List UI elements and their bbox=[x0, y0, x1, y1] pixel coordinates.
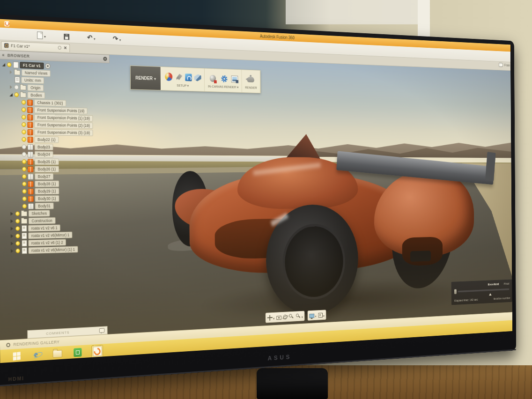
tree-item-label[interactable]: Units: mm bbox=[21, 77, 44, 84]
dropdown-caret-icon[interactable] bbox=[273, 314, 274, 321]
dropdown-caret-icon[interactable] bbox=[94, 34, 96, 42]
taskbar-windows-start-button[interactable] bbox=[11, 350, 22, 362]
tree-item-label[interactable]: roata v1 v2 v6(Mirror) (1) 1 bbox=[29, 246, 78, 254]
visibility-bulb-icon[interactable] bbox=[22, 145, 26, 149]
activate-component-icon[interactable] bbox=[45, 63, 50, 69]
tree-expand-icon[interactable] bbox=[10, 227, 15, 230]
tree-item-label[interactable]: roata v1 v2 v6 (1) 2 bbox=[28, 239, 66, 247]
display-settings-button[interactable] bbox=[309, 311, 316, 319]
tree-row[interactable]: Body28 (1) bbox=[0, 180, 111, 188]
texture-button[interactable] bbox=[194, 74, 201, 81]
visibility-bulb-icon[interactable] bbox=[22, 107, 26, 112]
visibility-bulb-icon[interactable] bbox=[22, 159, 26, 164]
tree-row[interactable]: Body23 bbox=[0, 143, 110, 151]
tree-expand-icon[interactable] bbox=[10, 234, 15, 238]
tree-item-label[interactable]: Origin bbox=[28, 84, 44, 91]
pan-button[interactable] bbox=[267, 314, 275, 322]
tree-item-label[interactable]: Body30 (1) bbox=[35, 195, 59, 202]
tree-expand-icon[interactable] bbox=[1, 63, 6, 66]
tree-item-label[interactable]: Body22 (1) bbox=[35, 136, 59, 143]
tab-close-icon[interactable]: ✕ bbox=[64, 46, 67, 50]
visibility-bulb-icon[interactable] bbox=[22, 174, 26, 179]
visibility-bulb-icon[interactable] bbox=[22, 122, 26, 127]
user-area[interactable]: Fran bbox=[499, 63, 510, 67]
tree-expand-icon[interactable] bbox=[8, 85, 13, 89]
visibility-bulb-icon[interactable] bbox=[22, 196, 27, 201]
collapse-panel-icon[interactable] bbox=[2, 52, 5, 58]
tree-item-label[interactable]: Body27 bbox=[35, 173, 53, 180]
visibility-bulb-icon[interactable] bbox=[22, 189, 26, 194]
tree-item-label[interactable]: roata v1 v2 v6 1 bbox=[28, 225, 60, 232]
comments-expand-icon[interactable] bbox=[99, 328, 105, 333]
zoom-window-button[interactable] bbox=[289, 314, 294, 319]
tree-item-label[interactable]: Construction bbox=[29, 217, 55, 224]
panel-options-icon[interactable] bbox=[103, 57, 107, 61]
document-tab[interactable]: F1 Car v1* ✕ bbox=[1, 41, 70, 52]
tree-row[interactable]: Body26 (1) bbox=[0, 165, 111, 173]
tree-item-label[interactable]: Body25 (1) bbox=[35, 158, 59, 165]
visibility-bulb-icon[interactable] bbox=[15, 211, 20, 216]
tree-item-label[interactable]: Body29 (1) bbox=[35, 188, 59, 194]
tree-item-label[interactable]: Body31 bbox=[35, 203, 54, 209]
tree-item-label[interactable]: roata v1 v2 v6(Mirror) 1 bbox=[28, 232, 72, 239]
tree-item-label[interactable]: Front Suspension Points (2) (19) bbox=[34, 121, 93, 129]
quality-slider-handle[interactable] bbox=[454, 289, 457, 294]
tree-item-label[interactable]: Body28 (1) bbox=[35, 181, 59, 187]
orbit-button[interactable] bbox=[283, 314, 287, 319]
dropdown-caret-icon[interactable] bbox=[315, 311, 317, 319]
render-menu-button[interactable]: RENDER bbox=[131, 66, 161, 90]
render-settings-button[interactable] bbox=[220, 73, 229, 84]
tree-item-label[interactable]: Chassis 1 (302) bbox=[34, 99, 66, 106]
viewport-layout-button[interactable] bbox=[318, 311, 324, 319]
tree-item-label[interactable]: Front Suspension Points (19) bbox=[34, 107, 88, 114]
visibility-bulb-icon[interactable] bbox=[15, 241, 20, 246]
tree-item-label[interactable]: Body26 (1) bbox=[35, 166, 59, 172]
dropdown-caret-icon[interactable] bbox=[302, 312, 303, 320]
zoom-button[interactable] bbox=[296, 312, 303, 320]
visibility-bulb-icon[interactable] bbox=[22, 204, 27, 208]
tree-item-label[interactable]: F1 Car v1 bbox=[20, 62, 44, 69]
appearance-button[interactable] bbox=[164, 71, 174, 82]
decal-button[interactable] bbox=[185, 74, 192, 81]
dropdown-caret-icon[interactable] bbox=[119, 35, 121, 43]
qat-menu-grid-button[interactable] bbox=[13, 31, 19, 38]
visibility-bulb-icon[interactable] bbox=[14, 85, 19, 89]
tree-item-label[interactable]: Front Suspension Points (3) (19) bbox=[34, 129, 93, 136]
visibility-bulb-icon[interactable] bbox=[15, 226, 20, 231]
tree-row[interactable]: Body27 bbox=[0, 173, 111, 180]
taskbar-fusion-360-button[interactable] bbox=[92, 345, 103, 358]
visibility-bulb-icon[interactable] bbox=[22, 137, 26, 142]
visibility-bulb-icon[interactable] bbox=[22, 182, 26, 186]
tree-item-label[interactable]: Sketches bbox=[29, 210, 50, 216]
qat-file-button[interactable] bbox=[37, 31, 46, 40]
qat-save-button[interactable] bbox=[64, 33, 69, 39]
in-canvas-render-button[interactable] bbox=[208, 73, 218, 84]
tree-item-label[interactable]: Named Views bbox=[22, 69, 51, 77]
tree-item-label[interactable]: Front Suspension Points (1) (19) bbox=[34, 114, 93, 122]
taskbar-file-explorer-button[interactable] bbox=[52, 347, 63, 360]
tree-row[interactable]: Body24 bbox=[0, 150, 110, 158]
comment-bubble-icon[interactable] bbox=[499, 63, 503, 67]
tree-expand-icon[interactable] bbox=[10, 249, 15, 253]
tree-item-label[interactable]: Bodies bbox=[28, 92, 45, 99]
teapot-render-button[interactable] bbox=[246, 74, 255, 85]
visibility-bulb-icon[interactable] bbox=[15, 249, 20, 253]
tree-expand-icon[interactable] bbox=[9, 212, 14, 215]
qat-redo-button[interactable] bbox=[113, 35, 121, 43]
tree-row[interactable]: Body25 (1) bbox=[0, 158, 111, 166]
qat-undo-button[interactable] bbox=[87, 33, 96, 42]
visibility-bulb-icon[interactable] bbox=[22, 130, 26, 134]
visibility-bulb-icon[interactable] bbox=[15, 234, 20, 238]
capture-image-button[interactable] bbox=[231, 75, 238, 82]
toolbar-group-label[interactable]: RENDER bbox=[245, 85, 257, 89]
tree-row[interactable]: Body29 (1) bbox=[0, 187, 111, 195]
visibility-bulb-icon[interactable] bbox=[22, 115, 26, 119]
visibility-bulb-icon[interactable] bbox=[22, 152, 26, 156]
toolbar-group-label[interactable]: IN-CANVAS RENDER ▾ bbox=[208, 84, 238, 89]
dropdown-caret-icon[interactable] bbox=[323, 311, 325, 318]
scene-settings-button[interactable] bbox=[176, 73, 183, 81]
visibility-bulb-icon[interactable] bbox=[7, 62, 12, 67]
look-at-button[interactable] bbox=[276, 315, 281, 320]
tree-expand-icon[interactable] bbox=[10, 242, 15, 245]
visibility-bulb-icon[interactable] bbox=[22, 100, 26, 104]
